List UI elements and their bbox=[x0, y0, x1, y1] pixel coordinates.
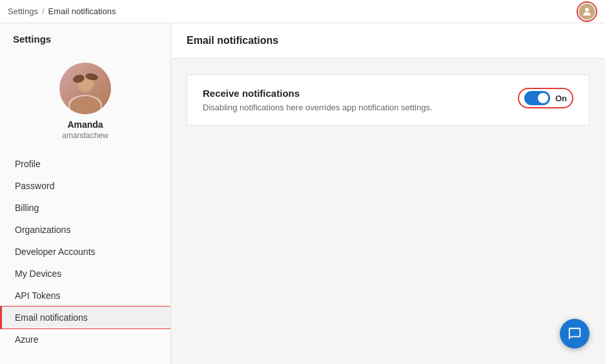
breadcrumb: Settings / Email notifications bbox=[8, 6, 116, 16]
content-header: Email notifications bbox=[171, 23, 605, 59]
toggle-label: On bbox=[555, 94, 567, 103]
notification-heading: Receive notifications bbox=[203, 88, 433, 99]
main-content: Email notifications Receive notification… bbox=[171, 23, 605, 364]
sidebar-item-profile[interactable]: Profile bbox=[0, 153, 170, 175]
sidebar-item-azure[interactable]: Azure bbox=[0, 329, 170, 350]
toggle-track bbox=[524, 91, 550, 105]
user-display-name: Amanda bbox=[67, 119, 103, 130]
notification-text: Receive notifications Disabling notifica… bbox=[203, 88, 433, 112]
sidebar-item-billing[interactable]: Billing bbox=[0, 197, 170, 219]
toggle-thumb bbox=[538, 93, 548, 103]
notification-card: Receive notifications Disabling notifica… bbox=[187, 74, 590, 126]
chat-button[interactable] bbox=[560, 319, 590, 349]
sidebar-item-email-notifications[interactable]: Email notifications bbox=[0, 307, 170, 329]
main-layout: Settings Amanda amandachew ProfilePasswo… bbox=[0, 23, 605, 364]
sidebar-title: Settings bbox=[0, 34, 170, 55]
notification-description: Disabling notifications here overrides a… bbox=[203, 103, 433, 112]
content-title: Email notifications bbox=[187, 35, 590, 46]
sidebar-user: Amanda amandachew bbox=[0, 55, 170, 153]
sidebar-item-my-devices[interactable]: My Devices bbox=[0, 263, 170, 285]
sidebar: Settings Amanda amandachew ProfilePasswo… bbox=[0, 23, 171, 364]
sidebar-item-password[interactable]: Password bbox=[0, 175, 170, 197]
sidebar-item-api-tokens[interactable]: API Tokens bbox=[0, 285, 170, 307]
breadcrumb-separator: / bbox=[42, 6, 45, 16]
svg-point-2 bbox=[70, 96, 101, 114]
sidebar-item-developer-accounts[interactable]: Developer Accounts bbox=[0, 241, 170, 263]
toggle-switch[interactable] bbox=[524, 91, 550, 105]
topbar-avatar[interactable] bbox=[578, 3, 596, 21]
content-body: Receive notifications Disabling notifica… bbox=[171, 59, 605, 141]
avatar bbox=[59, 63, 111, 114]
toggle-wrapper[interactable]: On bbox=[518, 88, 573, 108]
sidebar-nav: ProfilePasswordBillingOrganizationsDevel… bbox=[0, 153, 170, 350]
topbar: Settings / Email notifications bbox=[0, 0, 605, 23]
svg-point-0 bbox=[585, 8, 589, 12]
sidebar-item-organizations[interactable]: Organizations bbox=[0, 219, 170, 241]
breadcrumb-current: Email notifications bbox=[48, 6, 116, 16]
user-username: amandachew bbox=[62, 131, 108, 140]
breadcrumb-root[interactable]: Settings bbox=[8, 6, 38, 16]
topbar-avatar-container[interactable] bbox=[577, 1, 597, 22]
